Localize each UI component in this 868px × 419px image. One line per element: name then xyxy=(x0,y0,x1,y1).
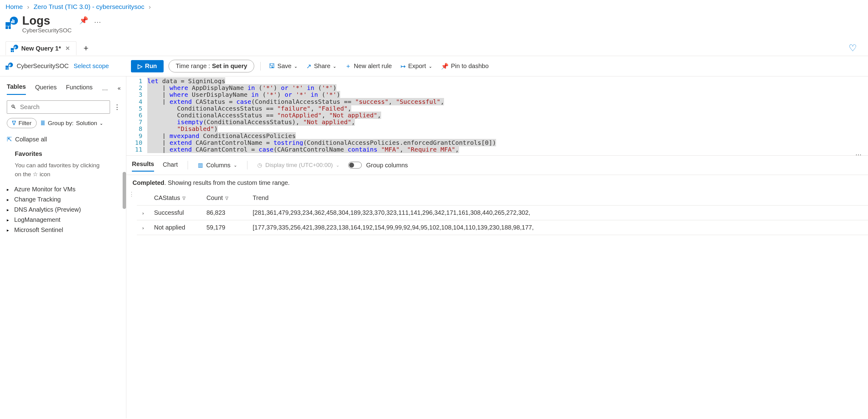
query-tab-label: New Query 1* xyxy=(21,45,61,52)
column-count[interactable]: Count∇ xyxy=(202,191,248,205)
results-tab[interactable]: Results xyxy=(132,159,154,171)
tree-item[interactable]: ▸DNS Analytics (Preview) xyxy=(7,204,121,215)
columns-icon: ▥ xyxy=(198,162,203,168)
star-icon: ☆ xyxy=(33,171,38,178)
chevron-down-icon: ⌄ xyxy=(294,64,298,69)
toggle-switch[interactable] xyxy=(348,162,362,168)
sidebar-tabs: Tables Queries Functions … « xyxy=(7,79,121,95)
chevron-down-icon: ⌄ xyxy=(234,163,237,168)
tree-item[interactable]: ▸Change Tracking xyxy=(7,194,121,204)
query-tab-bar: New Query 1* ✕ ＋ ♡ xyxy=(0,40,868,56)
filter-icon: ∇ xyxy=(12,120,16,127)
close-icon[interactable]: ✕ xyxy=(65,45,70,52)
new-alert-button[interactable]: ＋ New alert rule xyxy=(343,61,394,71)
list-icon: ≣ xyxy=(40,120,45,127)
sidebar-tab-functions[interactable]: Functions xyxy=(66,82,93,95)
page-header: Logs CyberSecuritySOC 📌 … xyxy=(0,13,868,35)
more-icon[interactable]: … xyxy=(102,85,108,92)
more-icon[interactable]: … xyxy=(94,16,102,25)
page-title: Logs xyxy=(22,15,72,27)
status-completed: Completed xyxy=(132,179,164,186)
share-button[interactable]: ↗ Share ⌄ xyxy=(304,61,338,71)
tree-item[interactable]: ▸LogManagement xyxy=(7,215,121,225)
collapse-icon: ⇱ xyxy=(7,135,12,143)
search-input[interactable]: 🔍︎ xyxy=(7,100,110,114)
search-field[interactable] xyxy=(20,103,106,111)
collapse-all-button[interactable]: ⇱ Collapse all xyxy=(7,135,121,143)
pin-dashboard-button[interactable]: 📌 Pin to dashbo xyxy=(439,61,491,71)
display-time-dropdown[interactable]: ◷ Display time (UTC+00:00) ⌄ xyxy=(257,162,340,168)
chart-tab[interactable]: Chart xyxy=(163,159,178,171)
columns-button[interactable]: ▥ Columns ⌄ xyxy=(198,162,237,169)
caret-right-icon: ▸ xyxy=(7,207,11,212)
chevron-right-icon: › xyxy=(149,3,151,10)
line-gutter: 1234567891011 xyxy=(126,78,147,153)
caret-right-icon: ▸ xyxy=(7,218,11,222)
scrollbar-thumb[interactable] xyxy=(123,172,126,209)
breadcrumb: Home › Zero Trust (TIC 3.0) - cybersecur… xyxy=(0,0,868,13)
sidebar-tab-tables[interactable]: Tables xyxy=(7,81,26,95)
more-vertical-icon[interactable]: ⋮ xyxy=(126,191,137,197)
schema-sidebar: Tables Queries Functions … « 🔍︎ ⋮ ∇ Filt… xyxy=(0,76,126,418)
query-editor[interactable]: 1234567891011 let data = SigninLogs | wh… xyxy=(126,76,868,156)
run-label: Run xyxy=(145,63,157,70)
more-vertical-icon[interactable]: ⋮ xyxy=(114,103,121,111)
main-panel: 1234567891011 let data = SigninLogs | wh… xyxy=(126,76,868,418)
table-row[interactable]: › Successful 86,823 [281,361,479,293,234… xyxy=(137,205,868,220)
chevron-down-icon: ⌄ xyxy=(336,163,340,168)
column-trend[interactable]: Trend xyxy=(248,191,868,205)
share-icon: ↗ xyxy=(306,63,312,70)
page-subtitle: CyberSecuritySOC xyxy=(22,27,72,34)
clock-icon: ◷ xyxy=(257,162,262,168)
chevron-right-icon[interactable]: › xyxy=(142,211,144,216)
logs-icon xyxy=(5,17,18,29)
plus-icon: ＋ xyxy=(345,62,351,70)
search-icon: 🔍︎ xyxy=(11,104,16,110)
results-toolbar: Results Chart ▥ Columns ⌄ ◷ Display time… xyxy=(126,156,868,175)
workspace-name: CyberSecuritySOC xyxy=(17,63,69,70)
filter-button[interactable]: ∇ Filter xyxy=(7,118,37,128)
tree-item[interactable]: ▸Azure Monitor for VMs xyxy=(7,184,121,194)
add-tab-button[interactable]: ＋ xyxy=(76,40,95,56)
heart-icon[interactable]: ♡ xyxy=(843,40,863,56)
filter-icon[interactable]: ∇ xyxy=(225,196,228,201)
query-status: Completed. Showing results from the cust… xyxy=(126,175,868,191)
export-button[interactable]: ↦ Export ⌄ xyxy=(399,61,434,71)
caret-right-icon: ▸ xyxy=(7,197,11,202)
pin-icon: 📌 xyxy=(441,63,448,70)
export-icon: ↦ xyxy=(401,63,406,70)
results-table: CAStatus∇ Count∇ Trend › Successful 86,8… xyxy=(137,191,868,235)
collapse-sidebar-icon[interactable]: « xyxy=(118,85,121,92)
filter-icon[interactable]: ∇ xyxy=(182,196,185,201)
chevron-down-icon: ⌄ xyxy=(429,64,432,69)
sidebar-tab-queries[interactable]: Queries xyxy=(35,82,57,95)
save-button[interactable]: 🖫 Save ⌄ xyxy=(267,61,300,71)
chevron-down-icon: ⌄ xyxy=(99,121,103,126)
save-icon: 🖫 xyxy=(269,63,275,70)
chevron-right-icon[interactable]: › xyxy=(142,226,144,230)
code-area[interactable]: let data = SigninLogs | where AppDisplay… xyxy=(147,78,502,153)
run-button[interactable]: ▷ Run xyxy=(131,60,164,72)
breadcrumb-home[interactable]: Home xyxy=(5,3,23,10)
breadcrumb-workbook[interactable]: Zero Trust (TIC 3.0) - cybersecuritysoc xyxy=(34,3,144,10)
time-range-value: Set in query xyxy=(212,63,247,70)
favorites-title: Favorites xyxy=(15,150,121,157)
time-range-label: Time range : xyxy=(176,63,210,70)
workspace-picker[interactable]: CyberSecuritySOC xyxy=(5,63,69,70)
column-expand[interactable] xyxy=(137,191,149,205)
pin-icon[interactable]: 📌 xyxy=(79,16,88,25)
query-tab[interactable]: New Query 1* ✕ xyxy=(5,41,76,55)
caret-right-icon: ▸ xyxy=(7,228,11,233)
logs-icon xyxy=(5,63,13,70)
time-range-picker[interactable]: Time range : Set in query xyxy=(168,60,254,72)
group-columns-toggle[interactable]: Group columns xyxy=(348,162,408,169)
play-icon: ▷ xyxy=(138,63,142,70)
tree-item[interactable]: ▸Microsoft Sentinel xyxy=(7,225,121,235)
table-row[interactable]: › Not applied 59,179 [177,379,335,256,42… xyxy=(137,220,868,235)
chevron-down-icon: ⌄ xyxy=(333,64,337,69)
column-castatus[interactable]: CAStatus∇ xyxy=(149,191,202,205)
more-icon: … xyxy=(856,150,862,156)
groupby-dropdown[interactable]: ≣ Group by: Solution ⌄ xyxy=(40,120,103,127)
logs-icon xyxy=(11,45,18,52)
select-scope-link[interactable]: Select scope xyxy=(74,63,109,70)
